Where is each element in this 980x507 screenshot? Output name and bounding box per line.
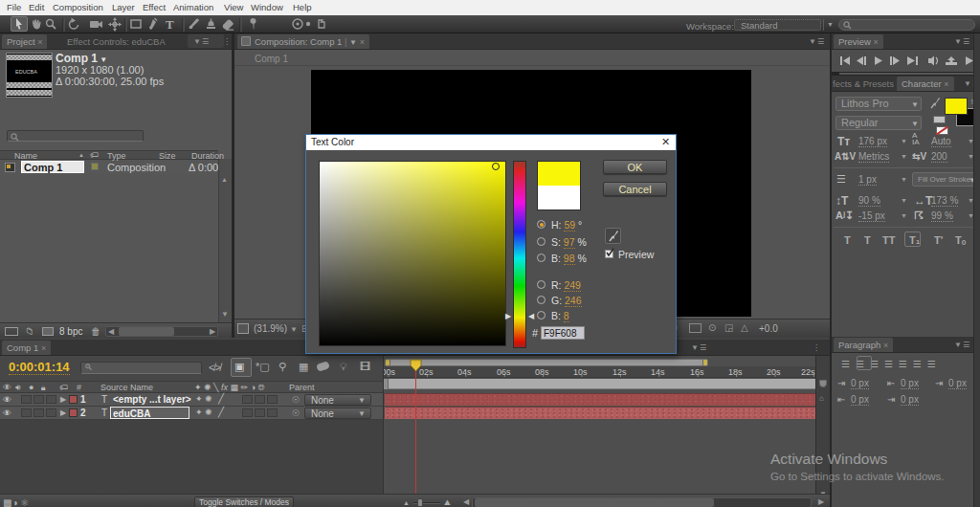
svg-text:EDUCBA: EDUCBA [15, 69, 37, 75]
svg-text:T: T [166, 17, 174, 32]
